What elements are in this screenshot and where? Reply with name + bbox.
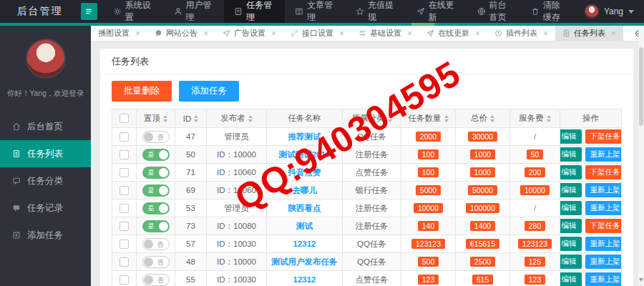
top-toggle[interactable]: 否 [142,256,170,268]
top-toggle[interactable]: 否 [142,274,170,286]
scrollbar-down-arrow[interactable] [639,278,643,284]
header-category: 所属分类 [343,109,401,128]
menu-toggle-button[interactable] [81,3,97,20]
top-toggle[interactable]: 是 [142,149,170,161]
task-name-link[interactable]: 12312 [293,275,316,284]
task-publisher: ID：10000 [207,146,267,164]
task-name-link[interactable]: 12312 [293,240,316,248]
nav-item-user-management[interactable]: 用户管理 [164,0,225,23]
tab-task-list[interactable]: 任务列表 × [555,26,623,41]
top-toggle[interactable]: 否 [142,238,170,250]
close-icon[interactable]: × [611,29,616,38]
sidebar-item-task-category[interactable]: 任务分类 [0,167,91,194]
top-toggle[interactable]: 是 [142,220,170,232]
nav-item-system-settings[interactable]: 系统设置 [103,0,164,23]
sort-icon[interactable] [388,113,392,124]
sidebar-item-task-list[interactable]: 任务列表 [0,140,91,167]
tab-api-settings[interactable]: 接口设置 × [283,26,351,41]
shelf-action-button[interactable]: 重新上架 [585,147,622,162]
shelf-action-button[interactable]: 重新上架 [585,201,622,215]
shelf-action-button[interactable]: 下架任务 [585,165,622,179]
nav-item-online-update[interactable]: 在线更新 [406,0,467,23]
shelf-action-button[interactable]: 重新上架 [585,183,622,197]
top-toggle[interactable]: 否 [142,131,170,143]
add-task-button[interactable]: 添加任务 [179,81,239,102]
nav-item-article-management[interactable]: 文章管理 [285,0,346,23]
sort-icon[interactable] [547,113,551,124]
vertical-scrollbar[interactable] [638,26,644,286]
task-name-link[interactable]: 测试测试2019 [279,149,331,160]
edit-button[interactable]: 编辑 [560,272,582,286]
tab-ad-settings[interactable]: 广告设置 × [215,26,283,41]
sort-icon[interactable] [490,113,494,124]
sidebar-item-task-records[interactable]: 任务记录 [0,194,91,222]
tab-basic-settings[interactable]: 基础设置 × [351,26,419,41]
shelf-action-button[interactable]: 下架任务 [585,129,622,144]
scrollbar-thumb[interactable] [639,47,643,126]
sidebar-item-label: 任务列表 [27,148,63,160]
row-checkbox[interactable] [119,168,129,177]
sort-icon[interactable] [444,113,449,124]
task-name-link[interactable]: 推荐测试 [288,132,321,142]
sidebar-item-label: 添加任务 [27,230,63,242]
batch-delete-button[interactable]: 批量删除 [112,81,172,102]
quantity-badge: 100 [418,149,439,160]
shelf-action-button[interactable]: 重新上架 [585,272,622,286]
edit-button[interactable]: 编辑 [560,147,582,162]
row-checkbox[interactable] [119,204,129,213]
nav-item-recharge-withdraw[interactable]: 充值提现 [346,0,406,23]
close-icon[interactable]: × [271,29,276,38]
shelf-action-button[interactable]: 重新上架 [585,255,622,269]
close-icon[interactable]: × [135,29,140,38]
nav-item-clear-cache[interactable]: 清除缓存 [521,0,575,23]
nav-item-label: 任务管理 [246,0,275,24]
edit-button[interactable]: 编辑 [560,255,582,269]
edit-button[interactable]: 编辑 [560,201,582,215]
sidebar-item-add-task[interactable]: 添加任务 [0,222,91,249]
chevron-down-icon [628,10,634,16]
shelf-action-button[interactable]: 下架任务 [585,219,622,233]
shelf-action-button[interactable]: 重新上架 [585,237,622,251]
top-toggle[interactable]: 是 [142,184,170,197]
sidebar-item-dashboard[interactable]: 后台首页 [0,113,91,140]
select-all-checkbox[interactable] [119,114,129,123]
row-actions: 编辑 下架任务 [560,129,621,144]
row-checkbox[interactable] [119,240,129,249]
user-menu[interactable]: Yang [575,0,644,23]
close-icon[interactable]: × [475,29,480,38]
tab-site-announcement[interactable]: 网站公告 × [147,26,215,41]
edit-button[interactable]: 编辑 [560,237,582,251]
tab-carousel-settings[interactable]: 播图设置 × [91,26,147,41]
sort-icon[interactable] [248,113,253,124]
close-icon[interactable]: × [203,29,208,38]
row-actions: 编辑 重新上架 [560,255,621,269]
task-name-link[interactable]: 测试 [296,221,313,232]
task-category: QQ任务 [343,253,401,271]
edit-button[interactable]: 编辑 [560,129,582,144]
tab-online-update[interactable]: 在线更新 × [419,26,487,41]
edit-button[interactable]: 编辑 [560,165,582,179]
row-checkbox[interactable] [119,222,129,231]
close-icon[interactable]: × [543,29,548,38]
nav-item-front-home[interactable]: 前台首页 [467,0,521,23]
row-checkbox[interactable] [119,132,129,142]
top-toggle[interactable]: 是 [142,202,170,214]
task-name-link[interactable]: 测试用户发布任务 [272,257,338,267]
close-icon[interactable]: × [407,29,412,38]
row-checkbox[interactable] [119,186,129,195]
row-checkbox[interactable] [119,150,129,159]
edit-button[interactable]: 编辑 [560,219,582,233]
top-toggle[interactable]: 是 [142,167,170,179]
row-checkbox[interactable] [119,257,129,267]
task-name-link[interactable]: 陕西看点 [288,203,321,214]
nav-item-task-management[interactable]: 任务管理 [224,0,285,23]
row-checkbox[interactable] [119,275,129,285]
tab-plugin-list[interactable]: 插件列表 × [487,26,555,41]
task-name-link[interactable]: 去哪儿 [292,185,317,196]
sort-icon[interactable] [163,113,167,124]
close-icon[interactable]: × [339,29,344,38]
task-name-link[interactable]: 抖音点赞 [288,167,321,178]
edit-button[interactable]: 编辑 [560,183,582,197]
tab-label: 广告设置 [234,28,265,39]
sort-icon[interactable] [194,113,198,124]
